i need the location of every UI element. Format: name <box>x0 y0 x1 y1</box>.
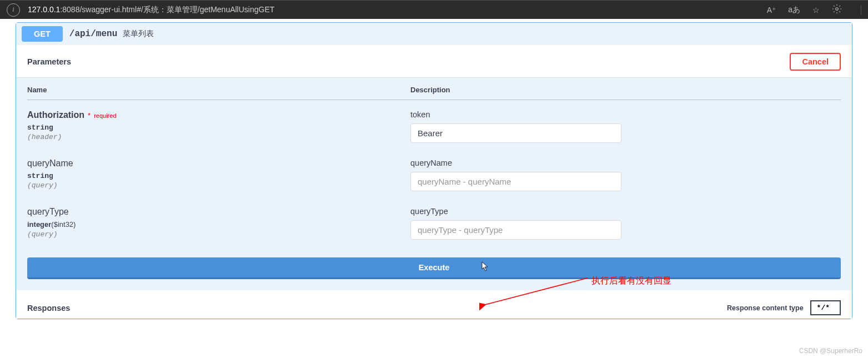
cancel-button[interactable]: Cancel <box>790 53 841 71</box>
required-label: required <box>94 112 116 119</box>
querytype-input[interactable] <box>410 220 621 240</box>
url-display[interactable]: 127.0.0.1:8088/swagger-ui.html#/系统：菜单管理/… <box>28 5 767 15</box>
param-location: (header) <box>27 133 410 141</box>
queryname-input[interactable] <box>410 172 621 191</box>
settings-icon[interactable] <box>832 4 842 16</box>
param-name: Authorization <box>27 110 84 120</box>
required-star: * <box>88 111 91 120</box>
favorite-icon[interactable]: ☆ <box>812 6 820 14</box>
parameter-row: Authorization * required string (header)… <box>27 100 841 148</box>
param-type: string <box>27 123 410 132</box>
http-method-badge: GET <box>22 26 63 42</box>
param-description: queryName <box>410 158 841 167</box>
endpoint-path: /api/menu <box>69 29 117 39</box>
reading-view-icon[interactable]: A⁺ <box>767 6 776 14</box>
param-description: queryType <box>410 207 841 216</box>
param-name: queryName <box>27 158 73 168</box>
endpoint-description: 菜单列表 <box>123 29 154 39</box>
divider <box>861 5 861 15</box>
svg-point-0 <box>836 8 839 11</box>
param-name: queryType <box>27 207 69 217</box>
parameters-section-header: Parameters Cancel <box>16 45 852 78</box>
browser-address-bar: i 127.0.0.1:8088/swagger-ui.html#/系统：菜单管… <box>0 0 868 19</box>
param-type: integer($int32) <box>27 220 410 229</box>
swagger-endpoint-block: GET /api/menu 菜单列表 Parameters Cancel Nam… <box>16 22 852 319</box>
parameters-title: Parameters <box>27 57 71 66</box>
response-content-type-select[interactable]: */* <box>810 300 841 315</box>
execute-button[interactable]: Execute <box>27 257 841 279</box>
param-location: (query) <box>27 230 410 239</box>
cursor-icon <box>481 261 489 274</box>
responses-section-header: Responses Response content type */* <box>16 290 852 319</box>
parameter-row: queryName string (query) queryName <box>27 148 841 197</box>
table-header: Name Description <box>27 86 841 100</box>
info-icon[interactable]: i <box>7 3 20 17</box>
responses-title: Responses <box>27 304 70 313</box>
parameters-body: Name Description Authorization * require… <box>16 78 852 290</box>
endpoint-header[interactable]: GET /api/menu 菜单列表 <box>16 23 852 45</box>
authorization-input[interactable] <box>410 123 621 143</box>
column-header-name: Name <box>27 86 410 94</box>
param-location: (query) <box>27 181 410 190</box>
column-header-description: Description <box>410 86 841 94</box>
response-content-type-label: Response content type <box>727 304 804 312</box>
parameter-row: queryType integer($int32) (query) queryT… <box>27 197 841 245</box>
param-type: string <box>27 172 410 180</box>
param-description: token <box>410 110 841 119</box>
translate-icon[interactable]: aあ <box>788 5 800 15</box>
